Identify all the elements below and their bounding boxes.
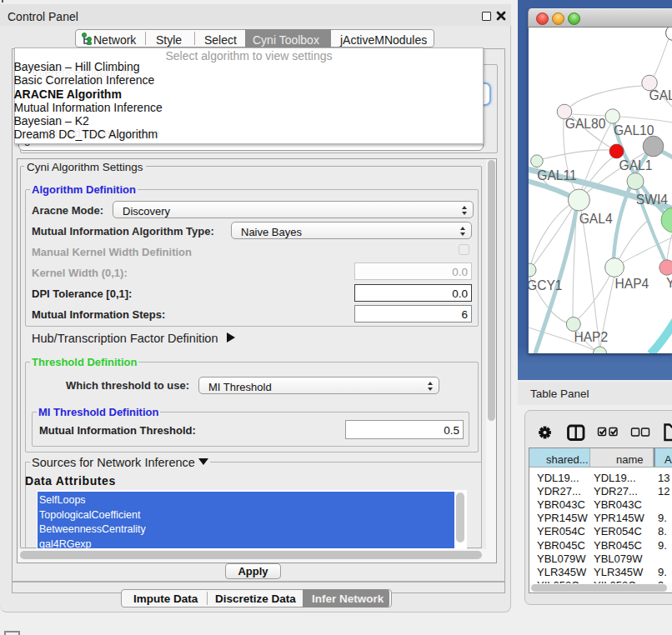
svg-text:GCY1: GCY1 — [529, 278, 562, 292]
svg-text:GAL11: GAL11 — [537, 168, 576, 182]
svg-text:SWI4: SWI4 — [636, 192, 668, 207]
svg-text:HAP4: HAP4 — [615, 277, 649, 291]
svg-text:GAL4: GAL4 — [579, 212, 613, 226]
svg-text:GAL1: GAL1 — [619, 158, 653, 172]
svg-text:GAL10: GAL10 — [614, 123, 654, 138]
svg-text:GAL7: GAL7 — [649, 88, 672, 102]
svg-text:HAP2: HAP2 — [574, 330, 608, 344]
svg-text:GAL80: GAL80 — [565, 117, 606, 131]
svg-text:Y: Y — [666, 276, 672, 290]
